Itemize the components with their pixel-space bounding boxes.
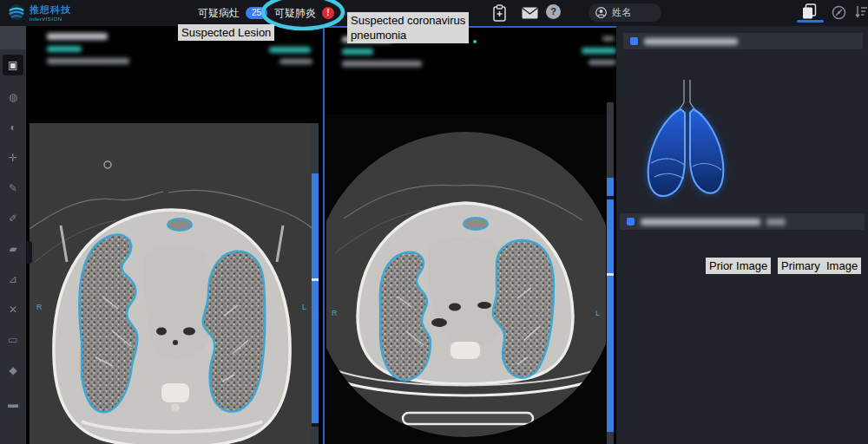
annotation-suspected-lesion: Suspected Lesion [178, 24, 274, 41]
section-title-redacted [641, 219, 760, 225]
study-info-redacted [47, 58, 129, 64]
logo-title: 推想科技 [30, 3, 71, 16]
orientation-marker-left: L [595, 309, 600, 317]
sort-list-icon[interactable] [855, 5, 868, 19]
suspected-lesion-toggle[interactable]: 可疑病灶 25 [198, 0, 267, 26]
lung-contour-left [493, 240, 554, 378]
section-title-redacted [644, 38, 738, 45]
orientation-marker-left: L [302, 303, 306, 311]
annotation-primary-image: Primary Image [778, 258, 861, 274]
compass-icon[interactable] [832, 5, 846, 20]
series-number-redacted [602, 36, 615, 41]
tool-diamond-icon[interactable]: ◆ [3, 360, 23, 381]
username-label: 姓名 [612, 6, 631, 19]
tool-move-icon[interactable]: ✛ [3, 147, 23, 168]
analysis-panel: ! ! ! ! ! ! [616, 26, 868, 444]
tool-angle-icon[interactable]: ⊿ [3, 269, 23, 290]
status-dot [473, 40, 477, 43]
app-logo[interactable]: 推想科技 inferVISION [7, 3, 71, 22]
logo-swirl-icon [7, 3, 26, 22]
orientation-marker-right: R [36, 303, 43, 311]
viewer-prior[interactable]: R L [26, 26, 323, 444]
scanner-couch [403, 413, 533, 424]
annotation-prior-image: Prior Image [706, 258, 771, 274]
report-clipboard-icon[interactable] [493, 4, 506, 22]
panel-handle[interactable] [26, 241, 32, 264]
user-account-button[interactable]: 姓名 [589, 3, 661, 22]
slice-scrollbar-notch [312, 423, 319, 427]
tool-circle-icon[interactable]: ◍ [3, 87, 23, 108]
suspected-pneumonia-toggle[interactable]: 可疑肺炎 ! [274, 0, 334, 26]
comparison-section-header[interactable] [620, 213, 865, 230]
pneumonia-alert-badge: ! [322, 7, 334, 19]
trachea-contour [168, 219, 192, 231]
tool-layout-icon[interactable]: ▣ [3, 55, 23, 75]
mail-icon[interactable] [522, 7, 538, 19]
lung-contour-left [203, 251, 265, 412]
patient-id-redacted [47, 33, 108, 40]
ct-image-prior[interactable]: R L [30, 123, 314, 444]
app-window: 推想科技 inferVISION 可疑病灶 25 可疑肺炎 ! ? [0, 0, 868, 444]
patient-name-redacted [342, 49, 373, 55]
tool-roi-rect-icon[interactable]: ▭ [3, 330, 23, 350]
annotation-suspected-pneumonia: Suspected coronaviruspneumonia [347, 12, 469, 43]
patient-name-redacted [47, 46, 82, 52]
lungs-illustration [638, 76, 735, 205]
ct-image-current[interactable]: R L [326, 114, 606, 444]
section-icon [627, 218, 635, 225]
section-icon [630, 37, 638, 45]
trachea-contour [464, 218, 488, 230]
tool-pencil-icon[interactable]: ✎ [3, 178, 23, 199]
help-icon[interactable]: ? [546, 4, 561, 19]
compare-pages-icon[interactable] [802, 3, 817, 19]
tool-eraser-icon[interactable]: ▬ [3, 394, 23, 415]
slice-position-tick [312, 278, 319, 281]
tool-contrast-icon[interactable]: ◐ [3, 117, 23, 138]
study-time-redacted [279, 59, 312, 64]
study-date-redacted [269, 47, 311, 53]
tool-marker-icon[interactable]: ▰ [3, 238, 23, 259]
suspected-pneumonia-label: 可疑肺炎 [274, 6, 316, 21]
lesion-count-badge: 25 [246, 7, 267, 19]
tool-pen-icon[interactable]: ✐ [3, 208, 23, 229]
viewer-current[interactable]: R L [323, 26, 616, 444]
suspected-lesion-label: 可疑病灶 [198, 6, 240, 21]
tool-cross-icon[interactable]: ✕ [3, 299, 23, 320]
active-tab-indicator [797, 20, 824, 23]
study-info-redacted [342, 61, 422, 67]
slice-position-tick [607, 273, 614, 276]
orientation-marker-right: R [332, 309, 338, 317]
slice-scrollbar-thumb[interactable] [312, 173, 319, 425]
slice-scrollbar-thumb[interactable] [607, 178, 614, 432]
slice-scrollbar-notch [607, 196, 614, 199]
study-time-redacted [589, 60, 616, 65]
section-subtitle-redacted [766, 219, 786, 225]
logo-subtitle: inferVISION [30, 16, 71, 22]
sidebar-header [0, 26, 26, 49]
study-date-redacted [582, 48, 616, 54]
tool-sidebar: ▣ ◍ ◐ ✛ ✎ ✐ ▰ ⊿ ✕ ▭ ◆ ▬ [0, 26, 26, 444]
user-icon [595, 7, 607, 18]
analysis-section-header[interactable] [623, 33, 863, 49]
